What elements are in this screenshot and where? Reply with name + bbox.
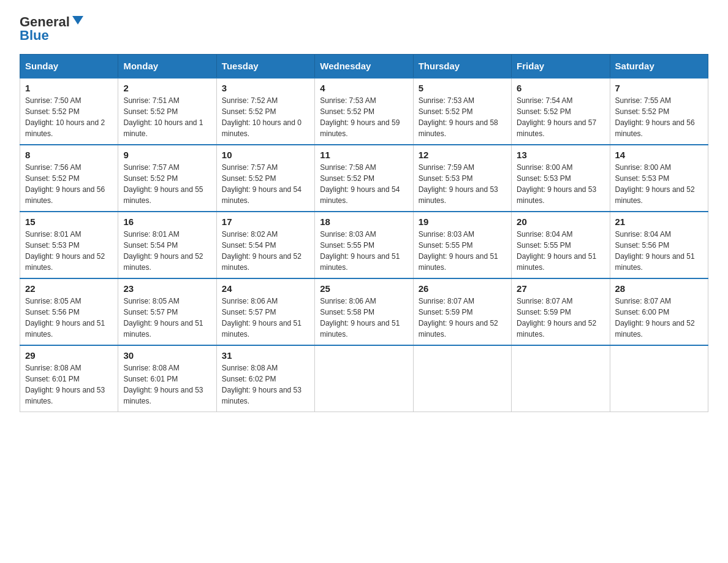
day-info: Sunrise: 7:54 AMSunset: 5:52 PMDaylight:… bbox=[517, 96, 596, 138]
calendar-day-cell: 17 Sunrise: 8:02 AMSunset: 5:54 PMDaylig… bbox=[216, 212, 314, 278]
calendar-weekday-thursday: Thursday bbox=[413, 55, 511, 79]
day-info: Sunrise: 8:08 AMSunset: 6:01 PMDaylight:… bbox=[25, 364, 105, 405]
day-number: 12 bbox=[419, 150, 506, 160]
day-number: 2 bbox=[123, 83, 211, 93]
day-number: 22 bbox=[25, 283, 113, 294]
day-info: Sunrise: 7:57 AMSunset: 5:52 PMDaylight:… bbox=[123, 163, 203, 205]
day-info: Sunrise: 8:08 AMSunset: 6:02 PMDaylight:… bbox=[222, 364, 301, 405]
calendar-day-cell: 23 Sunrise: 8:05 AMSunset: 5:57 PMDaylig… bbox=[118, 278, 216, 345]
calendar-day-cell: 31 Sunrise: 8:08 AMSunset: 6:02 PMDaylig… bbox=[216, 345, 314, 412]
day-info: Sunrise: 7:51 AMSunset: 5:52 PMDaylight:… bbox=[123, 96, 203, 138]
day-info: Sunrise: 7:58 AMSunset: 5:52 PMDaylight:… bbox=[320, 163, 400, 205]
calendar-day-cell: 22 Sunrise: 8:05 AMSunset: 5:56 PMDaylig… bbox=[20, 278, 118, 345]
calendar-day-cell: 24 Sunrise: 8:06 AMSunset: 5:57 PMDaylig… bbox=[216, 278, 314, 345]
day-number: 30 bbox=[123, 350, 211, 361]
day-number: 9 bbox=[123, 150, 211, 160]
day-number: 29 bbox=[25, 350, 113, 361]
day-info: Sunrise: 8:01 AMSunset: 5:53 PMDaylight:… bbox=[25, 230, 105, 272]
day-info: Sunrise: 7:50 AMSunset: 5:52 PMDaylight:… bbox=[25, 96, 105, 138]
day-info: Sunrise: 8:07 AMSunset: 5:59 PMDaylight:… bbox=[419, 297, 498, 339]
calendar-day-cell bbox=[315, 345, 413, 412]
calendar-day-cell: 19 Sunrise: 8:03 AMSunset: 5:55 PMDaylig… bbox=[413, 212, 511, 278]
day-number: 26 bbox=[419, 283, 506, 294]
day-info: Sunrise: 8:07 AMSunset: 5:59 PMDaylight:… bbox=[517, 297, 596, 339]
calendar-day-cell: 29 Sunrise: 8:08 AMSunset: 6:01 PMDaylig… bbox=[20, 345, 118, 412]
calendar-weekday-saturday: Saturday bbox=[610, 55, 708, 79]
calendar-day-cell: 6 Sunrise: 7:54 AMSunset: 5:52 PMDayligh… bbox=[512, 78, 610, 145]
day-number: 19 bbox=[419, 216, 506, 227]
calendar-day-cell bbox=[610, 345, 708, 412]
day-number: 17 bbox=[222, 216, 309, 227]
calendar-day-cell: 14 Sunrise: 8:00 AMSunset: 5:53 PMDaylig… bbox=[610, 145, 708, 212]
day-number: 16 bbox=[123, 216, 211, 227]
day-number: 24 bbox=[222, 283, 309, 294]
day-info: Sunrise: 7:53 AMSunset: 5:52 PMDaylight:… bbox=[419, 96, 498, 138]
day-number: 8 bbox=[25, 150, 113, 160]
day-number: 6 bbox=[517, 83, 604, 93]
day-number: 5 bbox=[419, 83, 506, 93]
logo: General Blue bbox=[20, 15, 83, 43]
calendar-day-cell: 7 Sunrise: 7:55 AMSunset: 5:52 PMDayligh… bbox=[610, 78, 708, 145]
day-info: Sunrise: 7:53 AMSunset: 5:52 PMDaylight:… bbox=[320, 96, 400, 138]
calendar-weekday-tuesday: Tuesday bbox=[216, 55, 314, 79]
calendar-day-cell: 13 Sunrise: 8:00 AMSunset: 5:53 PMDaylig… bbox=[512, 145, 610, 212]
day-number: 1 bbox=[25, 83, 113, 93]
day-number: 25 bbox=[320, 283, 408, 294]
logo-blue-text: Blue bbox=[20, 28, 49, 43]
calendar-day-cell: 25 Sunrise: 8:06 AMSunset: 5:58 PMDaylig… bbox=[315, 278, 413, 345]
day-info: Sunrise: 8:00 AMSunset: 5:53 PMDaylight:… bbox=[615, 163, 695, 205]
calendar-day-cell: 21 Sunrise: 8:04 AMSunset: 5:56 PMDaylig… bbox=[610, 212, 708, 278]
day-number: 18 bbox=[320, 216, 408, 227]
calendar-day-cell: 1 Sunrise: 7:50 AMSunset: 5:52 PMDayligh… bbox=[20, 78, 118, 145]
day-info: Sunrise: 8:08 AMSunset: 6:01 PMDaylight:… bbox=[123, 364, 203, 405]
day-info: Sunrise: 8:04 AMSunset: 5:55 PMDaylight:… bbox=[517, 230, 596, 272]
day-info: Sunrise: 7:57 AMSunset: 5:52 PMDaylight:… bbox=[222, 163, 301, 205]
calendar-day-cell: 10 Sunrise: 7:57 AMSunset: 5:52 PMDaylig… bbox=[216, 145, 314, 212]
calendar-week-row: 29 Sunrise: 8:08 AMSunset: 6:01 PMDaylig… bbox=[20, 345, 708, 412]
day-info: Sunrise: 7:56 AMSunset: 5:52 PMDaylight:… bbox=[25, 163, 105, 205]
day-number: 14 bbox=[615, 150, 703, 160]
calendar-week-row: 22 Sunrise: 8:05 AMSunset: 5:56 PMDaylig… bbox=[20, 278, 708, 345]
calendar-day-cell: 11 Sunrise: 7:58 AMSunset: 5:52 PMDaylig… bbox=[315, 145, 413, 212]
day-info: Sunrise: 8:07 AMSunset: 6:00 PMDaylight:… bbox=[615, 297, 695, 339]
calendar-day-cell: 28 Sunrise: 8:07 AMSunset: 6:00 PMDaylig… bbox=[610, 278, 708, 345]
day-number: 10 bbox=[222, 150, 309, 160]
calendar-day-cell bbox=[512, 345, 610, 412]
day-info: Sunrise: 8:03 AMSunset: 5:55 PMDaylight:… bbox=[419, 230, 498, 272]
day-number: 21 bbox=[615, 216, 703, 227]
calendar-day-cell: 2 Sunrise: 7:51 AMSunset: 5:52 PMDayligh… bbox=[118, 78, 216, 145]
calendar-day-cell: 26 Sunrise: 8:07 AMSunset: 5:59 PMDaylig… bbox=[413, 278, 511, 345]
calendar-weekday-wednesday: Wednesday bbox=[315, 55, 413, 79]
day-info: Sunrise: 7:52 AMSunset: 5:52 PMDaylight:… bbox=[222, 96, 301, 138]
calendar-weekday-friday: Friday bbox=[512, 55, 610, 79]
calendar-day-cell: 5 Sunrise: 7:53 AMSunset: 5:52 PMDayligh… bbox=[413, 78, 511, 145]
calendar-header-row: SundayMondayTuesdayWednesdayThursdayFrid… bbox=[20, 55, 708, 79]
calendar-weekday-monday: Monday bbox=[118, 55, 216, 79]
calendar-day-cell bbox=[413, 345, 511, 412]
day-info: Sunrise: 8:03 AMSunset: 5:55 PMDaylight:… bbox=[320, 230, 400, 272]
logo-triangle-icon bbox=[72, 16, 83, 25]
calendar-day-cell: 8 Sunrise: 7:56 AMSunset: 5:52 PMDayligh… bbox=[20, 145, 118, 212]
calendar-day-cell: 16 Sunrise: 8:01 AMSunset: 5:54 PMDaylig… bbox=[118, 212, 216, 278]
day-number: 15 bbox=[25, 216, 113, 227]
calendar-day-cell: 27 Sunrise: 8:07 AMSunset: 5:59 PMDaylig… bbox=[512, 278, 610, 345]
calendar-day-cell: 4 Sunrise: 7:53 AMSunset: 5:52 PMDayligh… bbox=[315, 78, 413, 145]
day-number: 20 bbox=[517, 216, 604, 227]
calendar-table: SundayMondayTuesdayWednesdayThursdayFrid… bbox=[20, 54, 708, 412]
day-info: Sunrise: 8:04 AMSunset: 5:56 PMDaylight:… bbox=[615, 230, 695, 272]
day-number: 13 bbox=[517, 150, 604, 160]
calendar-day-cell: 15 Sunrise: 8:01 AMSunset: 5:53 PMDaylig… bbox=[20, 212, 118, 278]
day-info: Sunrise: 8:02 AMSunset: 5:54 PMDaylight:… bbox=[222, 230, 301, 272]
day-info: Sunrise: 7:59 AMSunset: 5:53 PMDaylight:… bbox=[419, 163, 498, 205]
day-number: 11 bbox=[320, 150, 408, 160]
calendar-day-cell: 9 Sunrise: 7:57 AMSunset: 5:52 PMDayligh… bbox=[118, 145, 216, 212]
day-info: Sunrise: 7:55 AMSunset: 5:52 PMDaylight:… bbox=[615, 96, 695, 138]
calendar-day-cell: 18 Sunrise: 8:03 AMSunset: 5:55 PMDaylig… bbox=[315, 212, 413, 278]
calendar-day-cell: 20 Sunrise: 8:04 AMSunset: 5:55 PMDaylig… bbox=[512, 212, 610, 278]
day-number: 23 bbox=[123, 283, 211, 294]
day-info: Sunrise: 8:05 AMSunset: 5:56 PMDaylight:… bbox=[25, 297, 105, 339]
calendar-day-cell: 3 Sunrise: 7:52 AMSunset: 5:52 PMDayligh… bbox=[216, 78, 314, 145]
day-info: Sunrise: 8:05 AMSunset: 5:57 PMDaylight:… bbox=[123, 297, 203, 339]
page-header: General Blue bbox=[20, 15, 708, 43]
calendar-week-row: 15 Sunrise: 8:01 AMSunset: 5:53 PMDaylig… bbox=[20, 212, 708, 278]
